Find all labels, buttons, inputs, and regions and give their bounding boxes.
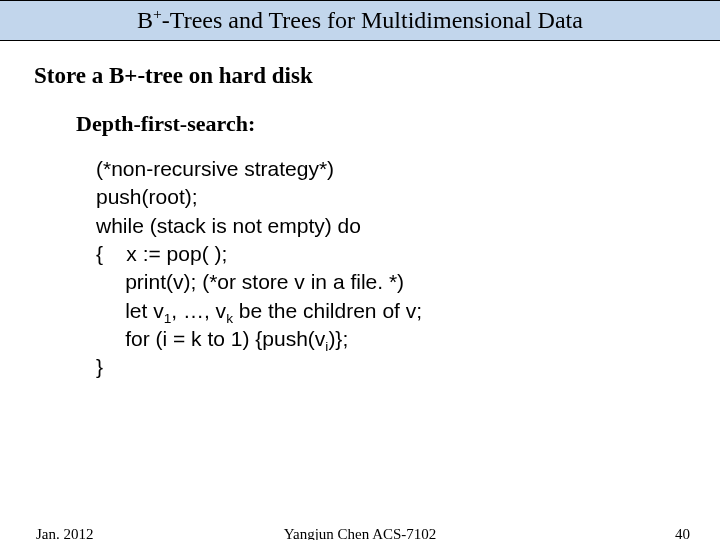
slide: B+-Trees and Trees for Multidimensional … [0,0,720,540]
code-line-2: push(root); [96,185,198,208]
code-line-6c: be the children of v; [233,299,422,322]
code-sub-k: k [226,311,233,326]
code-line-7b: )}; [328,327,348,350]
title-post: -Trees and Trees for Multidimensional Da… [162,7,583,33]
section-heading: Store a B+-tree on hard disk [34,63,720,89]
code-line-4: { x := pop( ); [96,242,227,265]
code-line-6a: let v [96,299,164,322]
code-line-3: while (stack is not empty) do [96,214,361,237]
footer-page-number: 40 [675,526,690,540]
slide-title: B+-Trees and Trees for Multidimensional … [0,0,720,41]
subsection-heading: Depth-first-search: [76,111,720,137]
code-line-7a: for (i = k to 1) {push(v [96,327,325,350]
footer-center: Yangjun Chen ACS-7102 [0,526,720,540]
code-line-5a: print(v); (*or store v in a file. [96,270,383,293]
code-block: (*non-recursive strategy*) push(root); w… [96,155,720,382]
code-line-8: } [96,355,103,378]
title-pre: B [137,7,153,33]
code-line-1: (*non-recursive strategy*) [96,157,334,180]
title-sup: + [153,5,162,22]
code-line-6b: , …, v [171,299,226,322]
code-line-5b: *) [389,270,404,293]
